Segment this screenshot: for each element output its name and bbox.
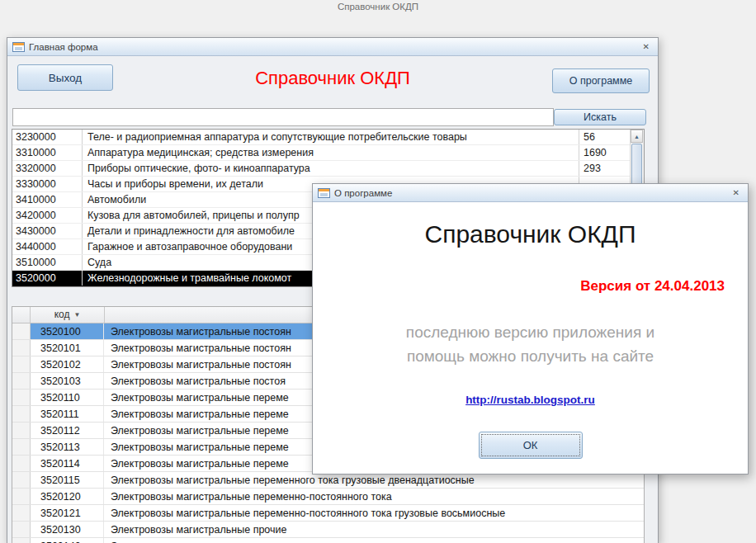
detail-code: 3520114 [31, 456, 104, 471]
record-selector[interactable] [12, 406, 31, 422]
form-icon [12, 42, 25, 52]
close-icon[interactable]: ✕ [640, 41, 653, 52]
search-button[interactable]: Искать [554, 109, 646, 125]
detail-row[interactable]: 3520130 Электровозы магистральные прочие [12, 522, 644, 538]
category-code: 3430000 [12, 224, 83, 238]
code-column-header[interactable]: код ▼ [31, 307, 105, 323]
category-code: 3320000 [12, 161, 83, 176]
record-selector[interactable] [12, 489, 31, 504]
category-name: Теле- и радиоприемная аппаратура и сопут… [83, 130, 579, 144]
record-selector[interactable] [12, 472, 31, 488]
detail-code: 3520103 [31, 373, 104, 389]
detail-name: Электровозы магистральные прочие [104, 522, 644, 537]
record-selector[interactable] [12, 373, 31, 389]
scroll-up-icon[interactable]: ▲ [631, 130, 643, 143]
about-dialog-title: О программе [334, 188, 392, 198]
about-dialog: О программе ✕ Справочник ОКДП Версия от … [312, 183, 749, 475]
app-window-title: Справочник ОКДП [0, 2, 756, 12]
about-info-text: последнюю версию приложения и помощь мож… [386, 321, 675, 368]
detail-code: 3520121 [31, 505, 104, 521]
record-selector[interactable] [12, 423, 31, 438]
record-selector[interactable] [12, 356, 31, 372]
record-selector[interactable] [12, 323, 31, 339]
about-button[interactable]: О программе [552, 68, 650, 93]
record-selector-header [12, 307, 31, 323]
detail-name: Электровозы магистральные переменно-пост… [104, 505, 644, 521]
detail-row[interactable]: 3520115 Электровозы магистральные переме… [12, 472, 644, 489]
ok-button[interactable]: ОК [479, 432, 583, 459]
detail-code: 3520101 [31, 340, 104, 356]
detail-code: 3520113 [31, 439, 104, 455]
code-header-label: код [54, 307, 70, 323]
detail-code: 3520115 [31, 472, 104, 488]
category-code: 3420000 [12, 208, 83, 223]
record-selector[interactable] [12, 390, 31, 405]
category-count: 1690 [579, 145, 630, 160]
detail-code: 3520100 [31, 323, 104, 339]
category-name: Аппаратура медицинская; средства измерен… [83, 145, 579, 160]
detail-row[interactable]: 3520120 Электровозы магистральные переме… [12, 489, 644, 505]
main-window-titlebar: Главная форма ✕ [7, 38, 658, 56]
category-code: 3310000 [12, 145, 83, 160]
about-heading: Справочник ОКДП [313, 220, 748, 248]
record-selector[interactable] [12, 505, 31, 521]
category-code: 3510000 [12, 255, 83, 270]
about-dialog-content: Справочник ОКДП Версия от 24.04.2013 пос… [313, 202, 748, 474]
search-input[interactable] [12, 108, 554, 126]
category-code: 3520000 [12, 271, 83, 286]
detail-code: 3520102 [31, 356, 104, 372]
category-code: 3230000 [12, 130, 83, 144]
detail-code: 3520111 [31, 406, 104, 422]
category-count: 56 [579, 130, 630, 144]
category-row[interactable]: 3310000 Аппаратура медицинская; средства… [12, 145, 630, 161]
detail-row[interactable]: 3520140 Электровозы маневровые [12, 538, 644, 543]
chevron-down-icon[interactable]: ▼ [73, 307, 80, 323]
website-link[interactable]: http://rustab.blogspot.ru [313, 394, 748, 406]
record-selector[interactable] [12, 456, 31, 471]
category-code: 3330000 [12, 177, 83, 191]
category-count: 293 [579, 161, 630, 176]
version-label: Версия от 24.04.2013 [580, 278, 725, 295]
about-dialog-titlebar: О программе ✕ [313, 184, 748, 202]
record-selector[interactable] [12, 439, 31, 455]
category-row[interactable]: 3230000 Теле- и радиоприемная аппаратура… [12, 130, 630, 145]
category-code: 3440000 [12, 239, 83, 254]
main-window-title: Главная форма [29, 42, 98, 52]
detail-code: 3520110 [31, 390, 104, 405]
detail-code: 3520112 [31, 423, 104, 438]
detail-code: 3520130 [31, 522, 104, 537]
detail-code: 3520140 [31, 538, 104, 543]
detail-code: 3520120 [31, 489, 104, 504]
detail-name: Электровозы магистральные переменно-пост… [104, 489, 644, 504]
detail-row[interactable]: 3520121 Электровозы магистральные переме… [12, 505, 644, 522]
category-name: Приборы оптические, фото- и киноаппарату… [83, 161, 579, 176]
form-icon [318, 188, 330, 198]
record-selector[interactable] [12, 522, 31, 537]
category-row[interactable]: 3320000 Приборы оптические, фото- и кино… [12, 161, 630, 177]
detail-name: Электровозы маневровые [104, 538, 644, 543]
close-icon[interactable]: ✕ [730, 187, 743, 198]
record-selector[interactable] [12, 538, 31, 543]
category-code: 3410000 [12, 192, 83, 207]
record-selector[interactable] [12, 340, 31, 356]
